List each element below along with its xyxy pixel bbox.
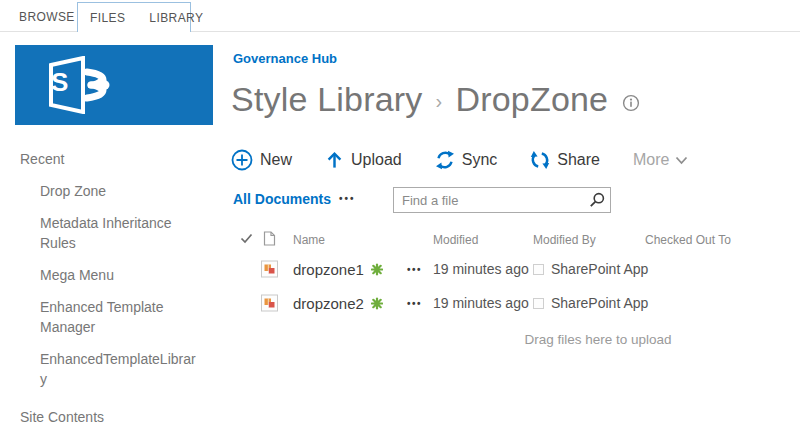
select-all-checkmark-icon[interactable] [240, 233, 253, 247]
modified-value: 19 minutes ago [433, 261, 529, 277]
modified-by-link[interactable]: SharePoint App [533, 261, 648, 277]
sidebar-item-metadata-inheritance-rules[interactable]: Metadata Inheritance Rules [20, 213, 200, 253]
share-button-label: Share [557, 151, 600, 169]
info-icon-glyph [622, 94, 640, 112]
modified-by-text: SharePoint App [551, 295, 648, 311]
upload-arrow-icon [325, 150, 344, 170]
app-presence-icon [533, 264, 544, 275]
sidebar-item-recent[interactable]: Recent [20, 149, 205, 169]
new-item-burst-icon [371, 263, 383, 275]
breadcrumb-chevron-icon: › [436, 90, 443, 113]
sync-button-label: Sync [462, 151, 498, 169]
modified-value: 19 minutes ago [433, 295, 529, 311]
sidebar-item-mega-menu[interactable]: Mega Menu [20, 265, 200, 285]
upload-button-label: Upload [351, 151, 402, 169]
drag-files-hint: Drag files here to upload [433, 332, 763, 347]
search-button[interactable] [584, 192, 610, 208]
new-button[interactable]: New [231, 149, 292, 171]
modified-by-link[interactable]: SharePoint App [533, 295, 648, 311]
app-presence-icon [533, 298, 544, 309]
file-name-text: dropzone2 [293, 295, 364, 312]
info-icon[interactable] [622, 94, 640, 112]
table-row[interactable]: dropzone2 ••• 19 minutes ago SharePoint … [233, 286, 800, 320]
webpart-file-icon [264, 264, 275, 275]
more-button[interactable]: More [633, 151, 688, 169]
sync-button[interactable]: Sync [435, 150, 498, 170]
new-item-burst-icon [371, 297, 383, 309]
table-header-row: Name Modified Modified By Checked Out To [233, 228, 800, 252]
checkmark-icon [240, 233, 253, 244]
column-header-name[interactable]: Name [293, 233, 325, 247]
view-selector-bar: All Documents ••• [233, 186, 793, 214]
site-breadcrumb-link[interactable]: Governance Hub [233, 51, 337, 66]
column-header-modified-by[interactable]: Modified By [533, 233, 596, 247]
view-all-documents-link[interactable]: All Documents [233, 191, 331, 207]
title-current-folder: DropZone [455, 80, 608, 119]
new-button-label: New [260, 151, 292, 169]
file-name-link[interactable]: dropzone2 [293, 295, 383, 312]
table-row[interactable]: dropzone1 ••• 19 minutes ago SharePoint … [233, 252, 800, 286]
page-title: Style Library › DropZone [231, 80, 640, 119]
tab-files[interactable]: FILES [90, 11, 125, 25]
sidebar-item-enhanced-template-manager[interactable]: Enhanced Template Manager [20, 297, 200, 337]
sidebar-item-site-contents[interactable]: Site Contents [20, 407, 205, 427]
share-button[interactable]: Share [530, 150, 600, 170]
tab-browse[interactable]: BROWSE [19, 10, 75, 24]
file-type-icon [261, 261, 278, 278]
document-type-column-icon[interactable] [263, 231, 276, 250]
chevron-down-icon [675, 156, 688, 165]
more-button-label: More [633, 151, 669, 169]
logo-letter: S [51, 67, 68, 98]
tab-library[interactable]: LIBRARY [149, 11, 203, 25]
quick-launch-nav: Recent Drop Zone Metadata Inheritance Ru… [20, 149, 205, 434]
sidebar-item-enhancedtemplatelibrary[interactable]: EnhancedTemplateLibrary [20, 349, 200, 389]
ribbon-bar: BROWSE FILES LIBRARY [0, 0, 800, 32]
sidebar-item-drop-zone[interactable]: Drop Zone [20, 181, 200, 201]
row-menu-ellipsis[interactable]: ••• [407, 264, 422, 275]
webpart-file-icon [264, 298, 275, 309]
sharepoint-logo[interactable]: S [15, 45, 213, 125]
new-plus-circle-icon [231, 149, 253, 171]
title-library-link[interactable]: Style Library [231, 80, 423, 119]
column-header-modified[interactable]: Modified [433, 233, 478, 247]
modified-by-text: SharePoint App [551, 261, 648, 277]
search-input[interactable] [394, 193, 584, 208]
sync-arrows-icon [435, 150, 455, 170]
more-views-ellipsis[interactable]: ••• [339, 193, 356, 204]
ribbon-tab-group: FILES LIBRARY [77, 2, 191, 32]
column-header-checked-out-to[interactable]: Checked Out To [645, 233, 731, 247]
documents-table: Name Modified Modified By Checked Out To… [233, 228, 800, 320]
row-menu-ellipsis[interactable]: ••• [407, 298, 422, 309]
file-name-link[interactable]: dropzone1 [293, 261, 383, 278]
share-arrows-icon [530, 150, 550, 170]
document-icon [263, 231, 276, 247]
find-a-file-searchbox [393, 187, 611, 213]
upload-button[interactable]: Upload [325, 150, 402, 170]
command-toolbar: New Upload Sync Share More [231, 146, 688, 174]
magnifier-icon [589, 192, 605, 208]
file-name-text: dropzone1 [293, 261, 364, 278]
file-type-icon [261, 295, 278, 312]
